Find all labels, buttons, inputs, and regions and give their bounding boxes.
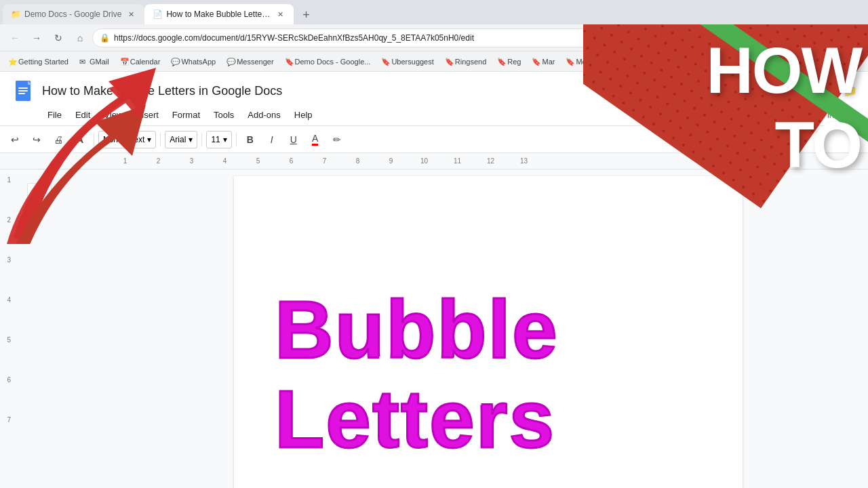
bookmark-favicon-11: 🔖 bbox=[566, 58, 574, 66]
reload-button[interactable]: ↻ bbox=[49, 28, 68, 47]
menu-format[interactable]: Format bbox=[167, 107, 205, 123]
bookmark-label-11: Med 202... bbox=[576, 58, 611, 66]
bookmark-ringsend[interactable]: 🔖 Ringsend bbox=[442, 56, 489, 67]
undo-button[interactable]: ↩ bbox=[5, 130, 24, 149]
font-chevron-icon: ▾ bbox=[189, 135, 193, 144]
bookmark-gmail[interactable]: ✉ GMail bbox=[77, 56, 112, 67]
tab1-close[interactable]: ✕ bbox=[125, 9, 136, 20]
bookmark-messenger[interactable]: 💬 Messenger bbox=[224, 56, 276, 67]
move-to-folder-button[interactable]: 📁 bbox=[844, 85, 857, 98]
font-size-chevron-icon: ▾ bbox=[223, 135, 227, 144]
bookmark-favicon-8: 🔖 bbox=[445, 58, 453, 66]
page-num-7: 7 bbox=[7, 416, 11, 424]
lock-icon: 🔒 bbox=[100, 33, 110, 43]
bookmark-favicon-3: 📅 bbox=[120, 58, 128, 66]
bookmark-whatsapp[interactable]: 💬 WhatsApp bbox=[168, 56, 218, 67]
forward-button[interactable]: → bbox=[27, 28, 46, 47]
svg-rect-2 bbox=[18, 87, 28, 89]
text-style-label: Normal text bbox=[103, 135, 144, 144]
docs-toolbar: ↩ ↪ 🖨 A Normal text ▾ Arial ▾ bbox=[0, 126, 868, 153]
paint-icon: A bbox=[77, 134, 83, 145]
print-icon: 🖨 bbox=[54, 134, 63, 145]
reload-icon: ↻ bbox=[54, 33, 62, 43]
bookmark-med[interactable]: 🔖 Med 202... bbox=[563, 56, 614, 67]
bookmark-label-5: Messenger bbox=[237, 58, 273, 66]
paint-format-button[interactable]: A bbox=[71, 130, 90, 149]
page-numbers: 1 2 3 4 5 6 7 bbox=[0, 169, 14, 424]
bookmark-label-7: Ubersuggest bbox=[391, 58, 433, 66]
menu-insert[interactable]: Insert bbox=[131, 107, 164, 123]
underline-button[interactable]: U bbox=[284, 130, 303, 149]
highlight-button[interactable]: ✏ bbox=[328, 130, 347, 149]
toolbar-divider-1 bbox=[94, 133, 94, 146]
bookmark-reg[interactable]: 🔖 Reg bbox=[494, 56, 524, 67]
bookmark-label-2: GMail bbox=[90, 58, 109, 66]
url-text: https://docs.google.com/document/d/15RYW… bbox=[114, 33, 855, 43]
font-select[interactable]: Arial ▾ bbox=[165, 131, 197, 148]
tab2-favicon: 📄 bbox=[153, 9, 162, 19]
bookmark-label-8: Ringsend bbox=[455, 58, 486, 66]
back-button[interactable]: ← bbox=[5, 28, 24, 47]
text-style-select[interactable]: Normal text ▾ bbox=[98, 131, 156, 148]
menu-help[interactable]: Help bbox=[289, 107, 318, 123]
ruler-mark-1: 1 bbox=[108, 157, 142, 165]
bookmark-demo-docs[interactable]: 🔖 Demo Docs - Google... bbox=[282, 56, 374, 67]
tab2-close[interactable]: ✕ bbox=[275, 9, 285, 20]
redo-icon: ↪ bbox=[33, 134, 41, 145]
star-button[interactable]: ☆ bbox=[826, 83, 837, 98]
table-of-contents-icon[interactable]: ☰ bbox=[27, 183, 52, 207]
print-button[interactable]: 🖨 bbox=[49, 130, 68, 149]
bookmark-label-9: Reg bbox=[507, 58, 521, 66]
menu-file[interactable]: File bbox=[42, 107, 67, 123]
tab-2[interactable]: 📄 How to Make Bubble Letters ... ✕ bbox=[144, 4, 294, 24]
menu-tools[interactable]: Tools bbox=[208, 107, 239, 123]
bookmark-label-3: Calendar bbox=[130, 58, 161, 66]
home-icon: ⌂ bbox=[77, 33, 83, 43]
ruler-mark-6: 6 bbox=[275, 157, 308, 165]
ruler-mark-9: 9 bbox=[374, 157, 408, 165]
browser-frame: 📁 Demo Docs - Google Drive ✕ 📄 How to Ma… bbox=[0, 0, 868, 488]
underline-icon: U bbox=[290, 134, 297, 145]
italic-button[interactable]: I bbox=[262, 130, 281, 149]
bookmark-label-10: Mar bbox=[542, 58, 555, 66]
page-title[interactable]: How to Make Bubble Letters in Google Doc… bbox=[42, 84, 819, 98]
toolbar-divider-4 bbox=[236, 133, 237, 146]
ruler-mark-7: 7 bbox=[308, 157, 341, 165]
bookmark-calendar[interactable]: 📅 Calendar bbox=[117, 56, 163, 67]
page-num-5: 5 bbox=[7, 336, 11, 344]
bubble-letters-text[interactable]: Bubble Letters bbox=[275, 285, 702, 464]
font-label: Arial bbox=[170, 135, 186, 144]
tab-bar: 📁 Demo Docs - Google Drive ✕ 📄 How to Ma… bbox=[0, 0, 868, 24]
home-button[interactable]: ⌂ bbox=[71, 28, 90, 47]
redo-button[interactable]: ↪ bbox=[27, 130, 46, 149]
highlight-icon: ✏ bbox=[333, 134, 341, 145]
italic-icon: I bbox=[271, 134, 273, 145]
tab1-title: Demo Docs - Google Drive bbox=[24, 9, 121, 19]
menu-view[interactable]: View bbox=[98, 107, 128, 123]
ruler-mark-2: 2 bbox=[142, 157, 175, 165]
ruler-mark-4: 4 bbox=[208, 157, 241, 165]
page-num-6: 6 bbox=[7, 376, 11, 384]
bookmark-ubersuggest[interactable]: 🔖 Ubersuggest bbox=[378, 56, 436, 67]
tab2-title: How to Make Bubble Letters ... bbox=[166, 9, 271, 19]
font-size-select[interactable]: 11 ▾ bbox=[206, 131, 231, 148]
document-scroll-area[interactable]: Bubble Letters bbox=[108, 169, 868, 488]
bookmark-mar[interactable]: 🔖 Mar bbox=[529, 56, 557, 67]
page-num-1: 1 bbox=[7, 176, 11, 184]
address-bar[interactable]: 🔒 https://docs.google.com/document/d/15R… bbox=[92, 28, 863, 47]
bold-button[interactable]: B bbox=[241, 130, 260, 149]
docs-title-row: How to Make Bubble Letters in Google Doc… bbox=[11, 77, 857, 104]
tab1-favicon: 📁 bbox=[11, 9, 20, 19]
font-size-label: 11 bbox=[211, 135, 220, 144]
menu-edit[interactable]: Edit bbox=[70, 107, 96, 123]
new-tab-button[interactable]: + bbox=[296, 5, 315, 24]
ruler-mark-13: 13 bbox=[507, 157, 540, 165]
menu-addons[interactable]: Add-ons bbox=[242, 107, 285, 123]
text-color-button[interactable]: A bbox=[306, 130, 325, 149]
tab-1[interactable]: 📁 Demo Docs - Google Drive ✕ bbox=[3, 4, 144, 24]
ruler-mark-12: 12 bbox=[474, 157, 507, 165]
docs-app: How to Make Bubble Letters in Google Doc… bbox=[0, 72, 868, 488]
text-color-icon: A bbox=[312, 133, 318, 146]
bookmark-getting-started[interactable]: ⭐ Getting Started bbox=[5, 56, 71, 67]
left-sidebar: 1 2 3 4 5 6 7 ☰ bbox=[0, 169, 108, 488]
